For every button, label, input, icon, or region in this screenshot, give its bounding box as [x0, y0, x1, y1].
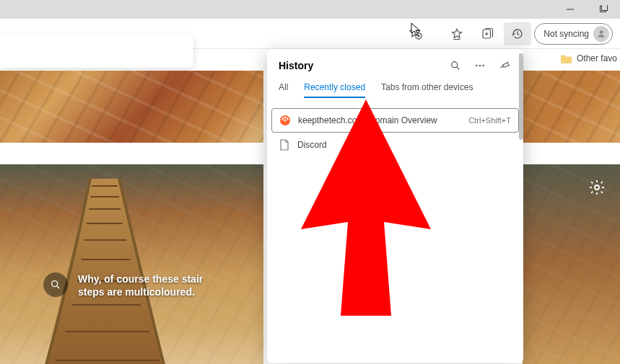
other-favorites-label: Other favo — [577, 53, 617, 63]
history-more-icon[interactable] — [468, 54, 492, 77]
history-item-title: Discord — [297, 140, 327, 150]
stairs-illustration — [25, 179, 184, 364]
history-item-shortcut: Ctrl+Shift+T — [468, 116, 511, 125]
history-icon[interactable] — [504, 22, 531, 45]
svg-point-24 — [52, 281, 58, 287]
history-pin-icon[interactable] — [493, 54, 516, 77]
history-item[interactable]: Discord — [271, 133, 519, 157]
svg-line-25 — [57, 286, 59, 288]
tab-recently-closed[interactable]: Recently closed — [304, 82, 365, 98]
sync-label: Not syncing — [543, 29, 589, 39]
search-box[interactable] — [0, 35, 193, 68]
svg-point-31 — [482, 65, 484, 66]
window-minimize-button[interactable] — [554, 0, 587, 19]
tab-all[interactable]: All — [279, 82, 288, 97]
history-title: History — [279, 60, 444, 71]
svg-point-26 — [595, 185, 599, 190]
window-titlebar — [0, 0, 620, 19]
image-caption: Why, of course these stair steps are mul… — [43, 272, 231, 298]
svg-point-29 — [476, 65, 477, 66]
page-icon — [279, 139, 290, 151]
semrush-icon — [279, 115, 291, 126]
svg-rect-2 — [602, 5, 608, 11]
history-search-icon[interactable] — [444, 54, 467, 77]
svg-line-28 — [457, 67, 459, 69]
svg-marker-13 — [40, 179, 170, 364]
history-scrollbar[interactable] — [519, 53, 523, 140]
other-favorites-folder[interactable]: Other favo — [558, 53, 620, 63]
folder-icon — [561, 53, 572, 63]
profile-sync-button[interactable]: Not syncing — [534, 23, 613, 45]
bg-image-bottom-left — [0, 164, 263, 364]
favorites-icon[interactable] — [443, 22, 471, 45]
bg-image-top-left — [0, 71, 263, 143]
history-item-title: keepthetech.com: Domain Overview — [298, 115, 437, 125]
window-maximize-button[interactable] — [587, 0, 620, 19]
bg-image-top-right — [523, 71, 620, 143]
history-panel: History All Recently closed Tabs from ot… — [267, 49, 523, 363]
caption-search-icon[interactable] — [43, 272, 68, 297]
avatar-icon — [593, 26, 609, 42]
history-tabs: All Recently closed Tabs from other devi… — [267, 82, 523, 104]
svg-point-12 — [600, 30, 603, 34]
collections-icon[interactable] — [473, 22, 501, 45]
history-list: keepthetech.com: Domain Overview Ctrl+Sh… — [267, 104, 523, 161]
tab-other-devices[interactable]: Tabs from other devices — [381, 82, 473, 97]
svg-line-11 — [518, 34, 519, 35]
page-settings-icon[interactable] — [588, 179, 607, 197]
svg-point-27 — [452, 62, 458, 68]
history-item[interactable]: keepthetech.com: Domain Overview Ctrl+Sh… — [271, 108, 519, 133]
caption-text: Why, of course these stair steps are mul… — [78, 272, 231, 298]
svg-point-33 — [284, 120, 287, 122]
add-favorite-icon[interactable] — [407, 25, 423, 40]
svg-point-30 — [479, 65, 481, 66]
